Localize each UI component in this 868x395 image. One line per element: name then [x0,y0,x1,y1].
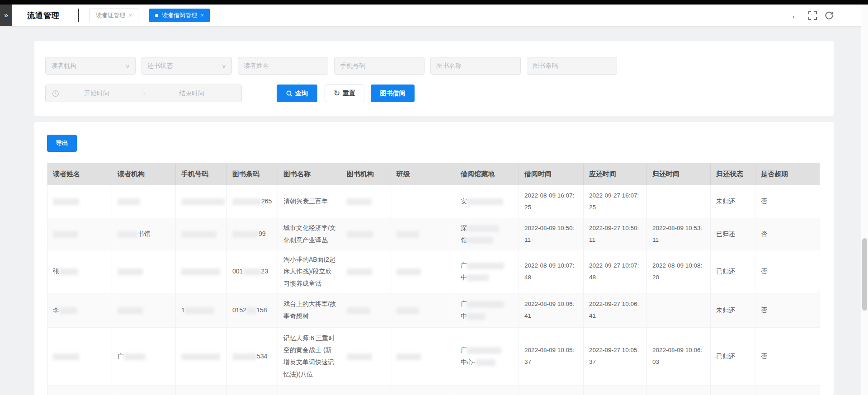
input-placeholder: 手机号码 [340,62,419,70]
select-placeholder: 还书状态 [147,62,222,70]
redacted-text [467,237,493,244]
table-cell [112,293,176,327]
export-button[interactable]: 导出 [47,135,77,152]
table-cell: 记忆大师:6.三重时空的黄金战士 (新增英文单词快速记忆法)(八位 [278,327,341,385]
reader-name-input[interactable]: 读者姓名 [238,57,328,75]
redacted-text [467,225,499,232]
date-range-picker[interactable]: 开始时间 - 结束时间 [45,85,242,102]
close-icon[interactable]: × [201,12,204,19]
redacted-text [118,198,140,205]
table-cell: 戏台上的大将军/故事奇想树 [278,293,341,327]
table-cell [47,327,112,385]
redacted-text [124,353,146,360]
redacted-text [467,313,485,320]
start-time-placeholder: 开始时间 [63,89,131,98]
table-cell [341,218,391,250]
table-cell: 张 [47,250,112,293]
column-header: 班级 [391,163,455,185]
table-cell: 1 [176,293,227,327]
table-cell: 未归还 [711,185,755,218]
table-cell: 2022-08-09 10:50: 11 [519,218,584,250]
table-row: 书馆99城市文化经济学/文化创意产业译丛深馆2022-08-09 10:50: … [47,218,820,250]
phone-number-input[interactable]: 手机号码 [334,57,425,75]
filter-row-2: 开始时间 - 结束时间 查询 ↻ 重置 图书借阅 [45,85,823,102]
table-cell: 广中 [455,250,519,293]
redacted-text [396,353,421,360]
return-status-select[interactable]: 还书状态∨ [142,57,232,75]
table-cell [341,293,391,327]
book-barcode-input[interactable]: 图书条码 [527,57,617,75]
table-cell [391,250,455,293]
table-cell: 城市文化经济学/文化创意产业译丛 [278,218,341,250]
redacted-text [347,231,373,238]
table-cell: 未归还 [711,293,755,327]
table-cell [391,185,455,218]
column-header: 图书机构 [341,163,391,185]
select-placeholder: 读者机构 [51,62,126,70]
table-cell [176,327,227,385]
redacted-text [347,198,372,205]
redacted-text [467,301,504,308]
active-dot-icon [155,14,158,17]
table-cell [647,185,711,218]
redacted-text [53,198,79,205]
filter-panel: 读者机构∨还书状态∨读者姓名手机号码图书名称图书条码 开始时间 - 结束时间 查… [34,41,834,116]
column-header: 手机号码 [176,163,227,185]
table-cell: 广中心- [455,327,519,385]
table-cell [341,185,391,218]
table-cell [176,385,227,395]
book-title-input[interactable]: 图书名称 [430,57,521,75]
table-cell: 淘小乖的AB面(2起床大作战)/段立欣 习惯养成童话 [278,250,341,293]
table-cell [584,385,647,395]
redacted-text [347,307,370,314]
close-icon[interactable]: × [129,12,132,19]
table-cell: 534 [227,327,278,385]
table-cell: 否 [755,185,820,218]
column-header: 图书名称 [278,163,341,185]
tab-reader-card-management[interactable]: 读者证管理 × [90,9,138,22]
fullscreen-icon[interactable] [808,11,817,20]
reset-button[interactable]: ↻ 重置 [325,85,364,102]
column-header: 是否超期 [755,163,820,185]
redacted-text [59,268,78,275]
table-cell: 否 [755,218,820,250]
table-cell [341,250,391,293]
results-panel: 导出 读者姓名读者机构手机号码图书条码图书名称图书机构班级借阅馆藏地借阅时间应还… [34,122,834,395]
redacted-text [181,198,225,205]
table-cell [391,327,455,385]
reader-org-select[interactable]: 读者机构∨ [45,57,136,75]
tab-reader-borrow-management[interactable]: 读者借阅管理 × [149,9,210,22]
refresh-icon[interactable] [825,11,834,20]
input-placeholder: 图书条码 [533,62,611,70]
table-cell [711,385,755,395]
redacted-text [118,307,143,314]
borrow-records-table: 读者姓名读者机构手机号码图书条码图书名称图书机构班级借阅馆藏地借阅时间应还时间归… [47,163,820,395]
table-cell: 已归还 [711,327,755,385]
back-arrow-icon[interactable]: ← [791,10,801,20]
end-time-placeholder: 结束时间 [158,89,226,98]
table-cell: 否 [755,293,820,327]
sidebar-collapse-button[interactable]: » [0,5,12,26]
column-header: 归还状态 [711,163,755,185]
table-cell [391,218,455,250]
redacted-text [396,307,419,314]
redacted-text [467,347,501,354]
table-cell: 书馆 [112,218,176,250]
table-cell: 2022-09-27 10:07: 48 [584,250,647,293]
column-header: 归还时间 [647,163,711,185]
redacted-text [467,263,504,269]
redacted-text [53,231,78,238]
table-cell [755,385,820,395]
table-cell: 00123 [227,250,278,293]
scrollbar-thumb[interactable] [862,238,867,310]
table-cell [341,327,391,385]
window-scrollbar[interactable] [861,5,868,395]
table-row: 张00123淘小乖的AB面(2起床大作战)/段立欣 习惯养成童话广中2022-0… [47,250,820,293]
book-borrow-button[interactable]: 图书借阅 [371,85,415,102]
table-cell: 2022-08-09 10:07: 48 [519,250,584,293]
redacted-text [467,198,503,205]
redacted-text [246,307,256,314]
table-cell [112,250,176,293]
search-button[interactable]: 查询 [277,85,317,102]
clock-icon [52,90,59,97]
